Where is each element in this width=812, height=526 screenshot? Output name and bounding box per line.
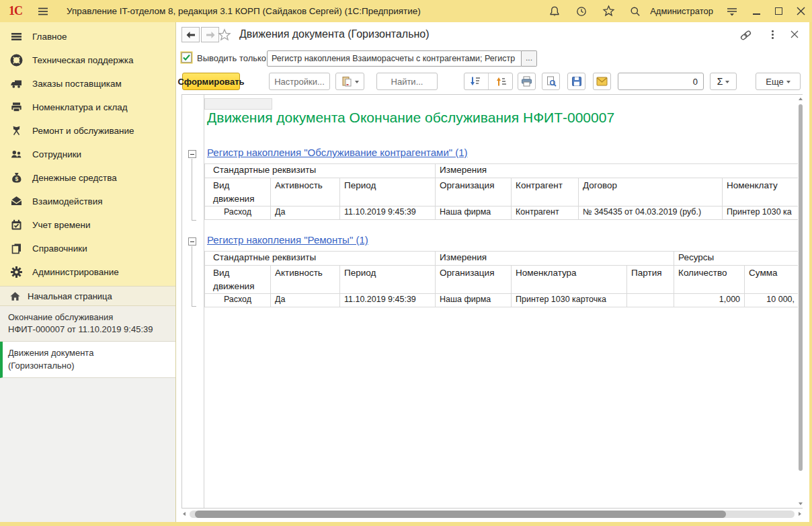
- vertical-scrollbar[interactable]: [798, 98, 803, 505]
- filter-checkbox[interactable]: [181, 52, 192, 63]
- sidebar-item-label: Денежные средства: [32, 173, 117, 183]
- sort-ascending-button[interactable]: [491, 73, 512, 89]
- window-title: Управление IT-отделом 8, редакция 3.1 КО…: [67, 6, 421, 16]
- sort-group: [464, 73, 513, 90]
- history-icon[interactable]: [568, 0, 595, 22]
- sidebar-item-label: Взаимодействия: [32, 196, 103, 206]
- forward-button[interactable]: [201, 27, 219, 42]
- sidebar-item-zakazy[interactable]: Заказы поставщикам: [0, 72, 175, 96]
- settings-button[interactable]: Настройки...: [269, 73, 330, 90]
- collapse-section-2-button[interactable]: [188, 237, 196, 246]
- tree-line: [192, 159, 192, 220]
- more-label: Еще: [766, 77, 783, 87]
- print-button[interactable]: [518, 73, 536, 90]
- search-icon[interactable]: [622, 0, 649, 22]
- sum-button[interactable]: Σ: [710, 73, 737, 90]
- filter-value-input[interactable]: [267, 50, 522, 67]
- home-page-label: Начальная страница: [28, 291, 112, 301]
- sidebar-item-remont[interactable]: Ремонт и обслуживание: [0, 119, 175, 143]
- dropdown-caret-icon: [786, 81, 790, 83]
- paste-variant-button[interactable]: [335, 73, 364, 90]
- sidebar-item-sotrudniki[interactable]: Сотрудники: [0, 143, 175, 166]
- dropdown-caret-icon: [725, 81, 729, 83]
- clipboard-icon: [341, 76, 352, 87]
- tree-line: [192, 246, 192, 306]
- group-header-cell: Измерения: [436, 252, 674, 266]
- counter-input[interactable]: [618, 73, 704, 90]
- cell-organization: Наша фирма: [436, 294, 512, 307]
- sidebar-item-spravochniki[interactable]: Справочники: [0, 237, 175, 260]
- tab-dvizheniya-dokumenta[interactable]: Движения документа (Горизонтально): [0, 342, 175, 377]
- report-grid: Движения документа Окончание обслуживани…: [204, 95, 798, 508]
- scroll-right-icon[interactable]: [799, 512, 801, 516]
- report-title: Движения документа Окончание обслуживани…: [207, 110, 614, 126]
- sidebar-item-denezhnye[interactable]: $ Денежные средства: [0, 166, 175, 190]
- home-page-tab[interactable]: Начальная страница: [0, 286, 175, 306]
- send-mail-button[interactable]: [593, 73, 611, 90]
- page-title: Движения документа (Горизонтально): [239, 28, 430, 40]
- get-link-icon[interactable]: [739, 30, 752, 41]
- people-icon: [10, 148, 23, 161]
- minimize-button[interactable]: [745, 0, 768, 22]
- sidebar: Главное Техническая поддержка Заказы пос…: [0, 22, 176, 522]
- column-header: Номенклату: [723, 178, 798, 206]
- section-1-table: Стандартные реквизиты Измерения Вид движ…: [204, 163, 798, 220]
- preview-button[interactable]: [542, 73, 560, 90]
- truck-icon: [10, 77, 23, 90]
- column-header: Период: [340, 178, 436, 206]
- generate-button[interactable]: Сформировать: [182, 73, 240, 90]
- close-tab-icon[interactable]: [790, 30, 799, 38]
- document-movements-panel: Движения документа (Горизонтально) Вывод…: [176, 22, 809, 522]
- main-menu-icon[interactable]: [37, 5, 49, 17]
- scroll-down-icon[interactable]: [799, 502, 803, 505]
- horizontal-scroll-thumb[interactable]: [195, 511, 726, 518]
- table-row: Расход Да 11.10.2019 9:45:39 Наша фирма …: [205, 206, 799, 220]
- sidebar-item-label: Ремонт и обслуживание: [32, 126, 134, 136]
- sidebar-item-administrirovanie[interactable]: Администрирование: [0, 260, 175, 284]
- vertical-scroll-thumb[interactable]: [799, 104, 803, 471]
- more-menu-icon[interactable]: [772, 30, 774, 39]
- favorite-star-icon[interactable]: [218, 28, 231, 42]
- back-button[interactable]: [181, 27, 200, 42]
- current-user[interactable]: Администратор: [649, 6, 719, 16]
- sidebar-item-tehpodderzhka[interactable]: Техническая поддержка: [0, 48, 175, 72]
- cell-batch: [627, 294, 674, 307]
- filter-more-button[interactable]: ...: [522, 50, 537, 67]
- find-label: Найти...: [391, 77, 423, 87]
- column-header: Номенклатура: [512, 266, 627, 294]
- grid-corner-cell: [204, 98, 272, 110]
- table-row: Расход Да 11.10.2019 9:45:39 Наша фирма …: [205, 294, 799, 307]
- scroll-up-icon[interactable]: [799, 98, 803, 100]
- group-header-cell: Измерения: [436, 164, 798, 178]
- sidebar-item-nomenklatura[interactable]: Номенклатура и склад: [0, 96, 175, 119]
- column-header: Контрагент: [512, 178, 579, 206]
- section-2-link[interactable]: Регистр накопления "Ремонты" (1): [207, 234, 368, 246]
- collapse-section-1-button[interactable]: [188, 150, 196, 158]
- maximize-button[interactable]: [768, 0, 790, 22]
- favorites-star-icon[interactable]: [595, 0, 622, 22]
- tab-okonchanie-obsluzhivaniya[interactable]: Окончание обслуживания НФИТ-000007 от 11…: [0, 306, 175, 342]
- column-header-row: Вид движения Активность Период Организац…: [205, 266, 799, 294]
- close-window-button[interactable]: [790, 0, 812, 22]
- notifications-bell-icon[interactable]: [541, 0, 568, 22]
- sort-descending-button[interactable]: [464, 73, 485, 89]
- scroll-left-icon[interactable]: [183, 512, 186, 516]
- gear-icon: [10, 266, 23, 278]
- sidebar-item-glavnoe[interactable]: Главное: [0, 25, 175, 48]
- tab-title-line2: (Горизонтально): [8, 360, 169, 372]
- horizontal-scrollbar[interactable]: [181, 510, 803, 519]
- sidebar-item-uchet-vremeni[interactable]: Учет времени: [0, 213, 175, 237]
- cell-activity: Да: [271, 206, 340, 220]
- more-actions-button[interactable]: Еще: [756, 73, 801, 90]
- column-header: Организация: [436, 266, 512, 294]
- section-1-link[interactable]: Регистр накопления "Обслуживание контраг…: [207, 147, 468, 158]
- envelope-icon: [10, 195, 23, 208]
- horizontal-scroll-track[interactable]: [190, 511, 795, 518]
- sidebar-item-vzaimodeystviya[interactable]: Взаимодействия: [0, 190, 175, 213]
- printer-icon: [10, 101, 23, 114]
- column-header: Количество: [674, 266, 745, 294]
- view-settings-icon[interactable]: [719, 0, 745, 22]
- find-button[interactable]: Найти...: [376, 73, 438, 90]
- save-button[interactable]: [567, 73, 585, 90]
- sidebar-item-label: Номенклатура и склад: [32, 102, 128, 112]
